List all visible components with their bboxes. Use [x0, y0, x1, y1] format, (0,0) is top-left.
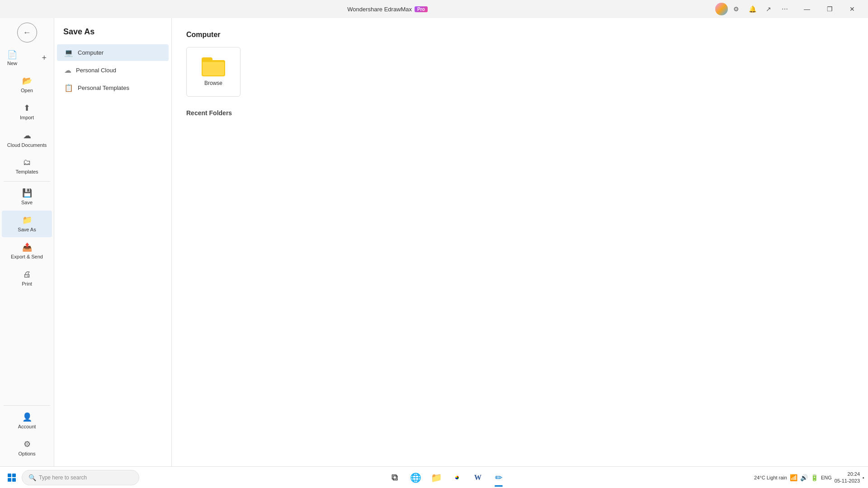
edge-icon: 🌐	[410, 472, 421, 483]
personal-cloud-label: Personal Cloud	[76, 67, 116, 74]
save-as-computer[interactable]: 💻 Computer	[57, 44, 169, 61]
open-icon: 📂	[22, 76, 32, 86]
save-as-title: Save As	[54, 18, 171, 44]
sidebar-item-new[interactable]: 📄 New +	[2, 45, 52, 71]
taskbar-edge[interactable]: 🌐	[406, 468, 425, 488]
open-label: Open	[21, 88, 33, 94]
cloud-label: Cloud Documents	[7, 142, 47, 148]
save-icon: 💾	[22, 188, 32, 198]
taskview-icon: ⧉	[392, 472, 398, 483]
account-label: Account	[18, 424, 36, 430]
print-icon: 🖨	[23, 270, 31, 279]
taskbar-explorer[interactable]: 📁	[426, 468, 446, 488]
sidebar-top: ← 📄 New + 📂 Open ⬆ Import ☁ Cloud Docume…	[0, 20, 54, 404]
print-label: Print	[22, 281, 32, 287]
edrawmax-icon: ✏	[495, 472, 503, 483]
taskbar-word[interactable]: W	[468, 468, 488, 488]
taskbar-chrome[interactable]: ●	[447, 468, 467, 488]
title-icons: ⚙ 🔔 ↗ ⋯	[730, 3, 791, 15]
volume-icon[interactable]: 🔊	[800, 474, 808, 481]
import-label: Import	[20, 115, 34, 121]
start-button[interactable]	[4, 469, 20, 486]
sidebar-item-options[interactable]: ⚙ Options	[2, 435, 52, 461]
new-label: New	[7, 61, 17, 66]
pro-badge: Pro	[415, 6, 428, 12]
show-desktop-icon[interactable]: ▪	[863, 475, 864, 480]
settings-icon[interactable]: ⚙	[730, 3, 742, 15]
browse-label: Browse	[204, 80, 222, 86]
sidebar-narrow: ← 📄 New + 📂 Open ⬆ Import ☁ Cloud Docume…	[0, 18, 54, 466]
save-as-personal-templates[interactable]: 📋 Personal Templates	[57, 80, 169, 96]
taskbar-edrawmax[interactable]: ✏	[489, 468, 509, 488]
new-plus-icon: +	[42, 53, 47, 63]
computer-icon: 💻	[64, 48, 73, 57]
title-bar-right: ⚙ 🔔 ↗ ⋯ — ❐ ✕	[715, 2, 863, 16]
templates-label: Templates	[15, 169, 38, 175]
taskbar: 🔍 Type here to search ⧉ 🌐 📁 ● W ✏ 24°C L…	[0, 466, 868, 488]
sidebar-item-import[interactable]: ⬆ Import	[2, 99, 52, 125]
export-label: Export & Send	[11, 254, 43, 260]
cloud-icon: ☁	[23, 131, 31, 141]
battery-icon[interactable]: 🔋	[811, 474, 818, 481]
personal-templates-icon: 📋	[64, 84, 73, 92]
options-label: Options	[19, 451, 36, 457]
minimize-button[interactable]: —	[797, 2, 817, 16]
personal-templates-label: Personal Templates	[78, 84, 129, 91]
sidebar-separator	[4, 181, 50, 182]
personal-cloud-icon: ☁	[64, 66, 71, 75]
templates-icon: 🗂	[23, 158, 31, 167]
new-icon: 📄	[7, 50, 17, 60]
chrome-icon: ●	[455, 473, 460, 482]
sidebar-separator-bottom	[4, 405, 50, 406]
weather-info: 24°C Light rain	[754, 475, 787, 480]
search-icon: 🔍	[28, 474, 36, 481]
save-as-icon: 📁	[22, 215, 32, 225]
taskbar-search[interactable]: 🔍 Type here to search	[22, 470, 139, 485]
share-icon[interactable]: ↗	[762, 3, 775, 15]
more-icon[interactable]: ⋯	[778, 3, 791, 15]
sidebar-item-export[interactable]: 📤 Export & Send	[2, 238, 52, 264]
export-icon: 📤	[22, 242, 32, 252]
taskbar-right: 24°C Light rain 📶 🔊 🔋 ENG 20:24 05-11-20…	[754, 471, 864, 484]
taskbar-clock[interactable]: 20:24 05-11-2023	[835, 471, 860, 484]
recent-folders-title: Recent Folders	[186, 109, 854, 117]
sidebar-bottom: 👤 Account ⚙ Options	[0, 404, 54, 466]
sidebar-item-open[interactable]: 📂 Open	[2, 71, 52, 98]
taskbar-center: ⧉ 🌐 📁 ● W ✏	[141, 468, 752, 488]
title-bar-center: Wondershare EdrawMax Pro	[347, 6, 428, 13]
sidebar-item-cloud[interactable]: ☁ Cloud Documents	[2, 126, 52, 153]
content-section-title: Computer	[186, 31, 854, 39]
explorer-icon: 📁	[431, 472, 442, 483]
main-area: ← 📄 New + 📂 Open ⬆ Import ☁ Cloud Docume…	[0, 18, 868, 466]
save-as-panel: Save As 💻 Computer ☁ Personal Cloud 📋 Pe…	[54, 18, 172, 466]
browse-card[interactable]: Browse	[186, 47, 241, 97]
content-area: Computer Browse Recent Folders	[172, 18, 868, 466]
app-title: Wondershare EdrawMax	[347, 6, 412, 13]
options-icon: ⚙	[24, 439, 31, 449]
account-icon: 👤	[22, 412, 32, 422]
sidebar-item-save[interactable]: 💾 Save	[2, 183, 52, 210]
avatar[interactable]	[715, 3, 728, 15]
windows-icon	[8, 474, 16, 482]
search-placeholder: Type here to search	[39, 474, 87, 481]
sidebar-item-print[interactable]: 🖨 Print	[2, 265, 52, 291]
taskbar-taskview[interactable]: ⧉	[385, 468, 405, 488]
title-bar: Wondershare EdrawMax Pro ⚙ 🔔 ↗ ⋯ — ❐ ✕	[0, 0, 868, 18]
clock-time: 20:24	[848, 471, 860, 477]
sidebar-item-save-as[interactable]: 📁 Save As	[2, 211, 52, 237]
import-icon: ⬆	[24, 103, 30, 113]
restore-button[interactable]: ❐	[819, 2, 840, 16]
clock-date: 05-11-2023	[835, 478, 860, 484]
back-button[interactable]: ←	[17, 23, 37, 42]
sidebar-item-templates[interactable]: 🗂 Templates	[2, 153, 52, 179]
save-label: Save	[21, 200, 33, 206]
save-as-personal-cloud[interactable]: ☁ Personal Cloud	[57, 62, 169, 79]
computer-label: Computer	[78, 49, 104, 56]
sidebar-item-account[interactable]: 👤 Account	[2, 408, 52, 434]
folder-icon	[202, 57, 225, 76]
save-as-label: Save As	[18, 227, 36, 233]
network-icon[interactable]: 📶	[790, 474, 797, 481]
language-indicator[interactable]: ENG	[821, 475, 832, 480]
bell-icon[interactable]: 🔔	[746, 3, 759, 15]
close-button[interactable]: ✕	[842, 2, 863, 16]
